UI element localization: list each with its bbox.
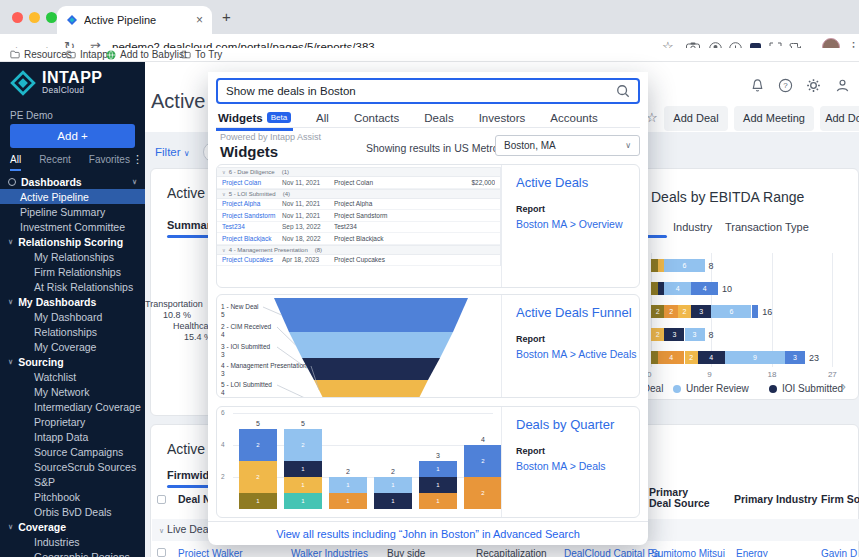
deal-link[interactable]: Project Alpha	[222, 200, 282, 207]
sidebar-item-s-p[interactable]: S&P	[0, 474, 145, 489]
bar-segment[interactable]: 9	[725, 351, 785, 364]
report-breadcrumb-link[interactable]: Boston MA > Active Deals	[516, 348, 640, 360]
cell-deal-name[interactable]: Project Walker	[178, 548, 243, 557]
notifications-bell-icon[interactable]	[750, 78, 765, 93]
bookmark-intapp[interactable]: Intapp	[66, 49, 108, 60]
bar-segment[interactable]	[651, 351, 658, 364]
bar-segment[interactable]: 1	[419, 477, 457, 493]
sidebar-item-at-risk-relationships[interactable]: At Risk Relationships	[0, 279, 145, 294]
bookmark-resources[interactable]: Resources	[10, 49, 72, 60]
bar-segment[interactable]: 1	[329, 493, 367, 509]
deal-row[interactable]: Project BlackjackNov 18, 2022Project Bla…	[217, 233, 500, 245]
row-checkbox[interactable]	[157, 548, 166, 557]
widget-card-funnel[interactable]: 1 - New Deal52 - CIM Received43 - IOI Su…	[216, 294, 640, 398]
search-tab-deals[interactable]: Deals	[422, 112, 455, 128]
deal-row[interactable]: Test234Sep 13, 2022Test234	[217, 222, 500, 234]
sidebar-item-firm-relationships[interactable]: Firm Relationships	[0, 264, 145, 279]
sidebar-item-active-pipeline[interactable]: Active Pipeline	[0, 189, 145, 204]
bar-segment[interactable]: 1	[419, 493, 457, 509]
cell-primary-deal-source[interactable]: Sumitomo Mitsui	[651, 548, 725, 557]
legend-item-under-review[interactable]: Under Review	[673, 383, 749, 394]
cell-company[interactable]: Walker Industries	[291, 548, 368, 557]
bar-segment[interactable]	[651, 282, 658, 295]
deal-row[interactable]: Project AlphaNov 11, 2021Project Alpha	[217, 199, 500, 211]
mac-close-icon[interactable]	[12, 12, 23, 23]
profile-person-icon[interactable]	[835, 78, 850, 93]
bar-segment[interactable]: 1	[284, 493, 322, 509]
add-button[interactable]: Add +	[10, 124, 135, 148]
cell-firm-source[interactable]: Gavin D	[821, 548, 857, 557]
sidebar-item-sourcescrub-sources[interactable]: SourceScrub Sources	[0, 459, 145, 474]
sidebar-menu-icon[interactable]: ⋮	[132, 153, 143, 166]
metro-area-select[interactable]: Boston, MA ∨	[495, 135, 640, 156]
table-group-header[interactable]: ∨4 - Management Presentation(8)	[217, 245, 500, 255]
sidebar-item-industries[interactable]: Industries	[0, 534, 145, 549]
sidebar-item-watchlist[interactable]: Watchlist	[0, 369, 145, 384]
search-tab-contacts[interactable]: Contacts	[352, 112, 401, 128]
brand-logo[interactable]: INTAPP DealCloud	[10, 70, 102, 96]
bookmark-to-try[interactable]: To Try	[181, 49, 222, 60]
bar-segment[interactable]: 3	[664, 328, 684, 341]
bar-segment[interactable]	[651, 259, 658, 272]
deal-row[interactable]: Project SandstormNov 11, 2021Project San…	[217, 210, 500, 222]
add-docs-button[interactable]: Add Docs	[820, 106, 859, 131]
chevron-right-icon[interactable]: ›	[841, 377, 846, 394]
help-icon[interactable]: ?	[778, 78, 793, 93]
bar-segment[interactable]: 3	[685, 328, 705, 341]
bar-segment[interactable]: 1	[419, 461, 457, 477]
sidebar-item-investment-committee[interactable]: Investment Committee	[0, 219, 145, 234]
bar-segment[interactable]: 4	[691, 282, 718, 295]
bar-segment[interactable]: 1	[284, 477, 322, 493]
sidebar-item-coverage[interactable]: ∨Coverage	[0, 519, 145, 534]
funnel-segment[interactable]	[314, 380, 428, 397]
filter-button[interactable]: Filter ∨	[155, 146, 190, 158]
add-deal-button[interactable]: Add Deal	[664, 106, 728, 131]
widget-card-quarter[interactable]: 2461225111251121121113224 Deals by Quart…	[216, 406, 640, 518]
bar-segment[interactable]: 2	[239, 461, 277, 493]
report-breadcrumb-link[interactable]: Boston MA > Deals	[516, 460, 640, 472]
search-tab-accounts[interactable]: Accounts	[548, 112, 599, 128]
sidebar-item-source-campaigns[interactable]: Source Campaigns	[0, 444, 145, 459]
sidebar-item-relationship-scoring[interactable]: ∨Relationship Scoring	[0, 234, 145, 249]
bar-segment[interactable]: 1	[374, 493, 412, 509]
sidebar-tab-recent[interactable]: Recent	[39, 154, 71, 171]
sidebar-item-orbis-bvd-deals[interactable]: Orbis BvD Deals	[0, 504, 145, 519]
bookmark-add-to-babylist[interactable]: Add to Babylist	[106, 49, 187, 60]
bar-segment[interactable]: 2	[651, 305, 664, 318]
deal-link[interactable]: Test234	[222, 223, 282, 230]
sidebar-tab-favorites[interactable]: Favorites	[89, 154, 130, 171]
add-meeting-button[interactable]: Add Meeting	[734, 106, 814, 131]
sidebar-item-dashboards[interactable]: Dashboards∨	[0, 174, 145, 189]
bar-segment[interactable]: 2	[678, 305, 691, 318]
bar-segment[interactable]: 3	[785, 351, 805, 364]
deal-link[interactable]: Project Colan	[222, 179, 282, 186]
tab-close-icon[interactable]: ×	[196, 13, 203, 27]
deal-link[interactable]: Project Blackjack	[222, 235, 282, 242]
deal-row[interactable]: Project CupcakesApr 18, 2023Project Cupc…	[217, 255, 500, 267]
bar-segment[interactable]: 6	[711, 305, 751, 318]
bar-segment[interactable]: 4	[664, 282, 691, 295]
select-all-checkbox[interactable]	[157, 495, 166, 504]
search-tab-widgets[interactable]: WidgetsBeta	[216, 112, 293, 131]
sidebar-item-my-dashboards[interactable]: ∨My Dashboards	[0, 294, 145, 309]
cell-fund[interactable]: DealCloud Capital Pa	[564, 548, 660, 557]
bar-segment[interactable]: 2	[284, 429, 322, 461]
sidebar-item-my-coverage[interactable]: My Coverage	[0, 339, 145, 354]
bar-segment[interactable]	[658, 259, 665, 272]
bar-segment[interactable]: 1	[239, 493, 277, 509]
bar-segment[interactable]	[752, 305, 759, 318]
bar-segment[interactable]: 4	[698, 351, 725, 364]
widget-title-link[interactable]: Active Deals	[516, 175, 640, 190]
search-icon[interactable]	[616, 84, 630, 98]
search-tab-investors[interactable]: Investors	[477, 112, 528, 128]
sidebar-item-geographic-regions[interactable]: Geographic Regions	[0, 549, 145, 557]
bar-segment[interactable]: 1	[284, 461, 322, 477]
bar-segment[interactable]: 2	[464, 445, 502, 477]
legend-item-ioi-submitted[interactable]: IOI Submitted	[769, 383, 843, 394]
settings-gear-icon[interactable]	[806, 78, 821, 93]
deal-link[interactable]: Project Sandstorm	[222, 212, 282, 219]
bar-segment[interactable]: 2	[664, 305, 677, 318]
bar-segment[interactable]: 2	[239, 429, 277, 461]
advanced-search-link[interactable]: View all results including “John in Bost…	[276, 528, 580, 540]
widget-card-active-deals[interactable]: ∨6 - Due Diligence(1)Project ColanNov 11…	[216, 164, 640, 288]
